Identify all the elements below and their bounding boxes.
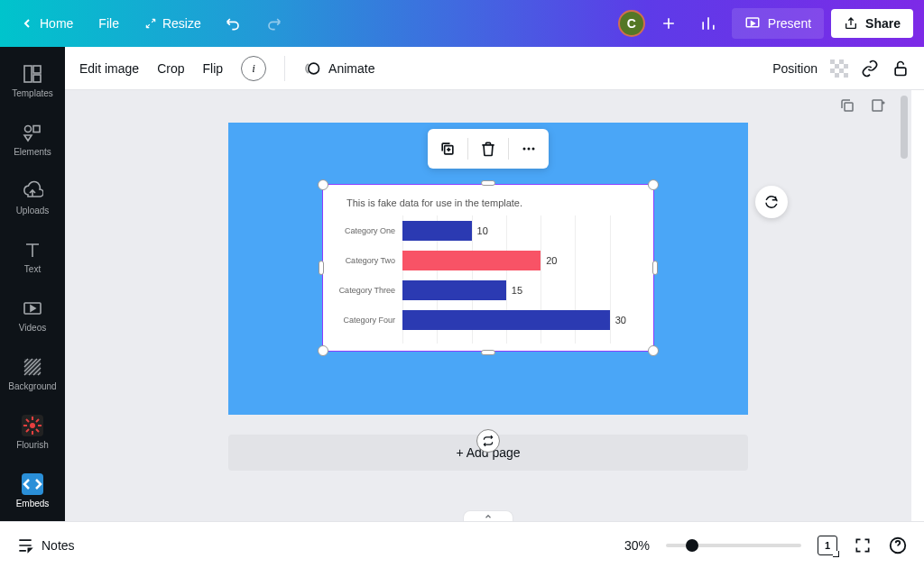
- redo-button[interactable]: [257, 7, 290, 40]
- svg-rect-19: [845, 103, 853, 111]
- sidebar-item-videos[interactable]: Videos: [0, 289, 65, 347]
- page-indicator[interactable]: 1: [818, 536, 837, 555]
- present-button[interactable]: Present: [732, 8, 824, 39]
- svg-rect-18: [895, 68, 906, 75]
- resize-handle[interactable]: [648, 345, 659, 356]
- resize-handle[interactable]: [652, 261, 658, 275]
- svg-rect-2: [33, 66, 41, 73]
- home-button[interactable]: Home: [11, 11, 82, 36]
- crop-button[interactable]: Crop: [157, 61, 184, 76]
- side-panel: Templates Elements Uploads Text Videos B…: [0, 47, 65, 521]
- more-button[interactable]: [514, 134, 543, 163]
- bar: [402, 310, 610, 330]
- flourish-icon: [22, 415, 43, 436]
- flip-button[interactable]: Flip: [203, 61, 224, 76]
- animate-button[interactable]: Animate: [303, 60, 374, 78]
- fullscreen-icon[interactable]: [854, 536, 872, 554]
- svg-rect-1: [24, 66, 32, 82]
- svg-rect-17: [844, 73, 848, 78]
- bar-label: Category Two: [330, 256, 402, 265]
- svg-point-7: [30, 423, 35, 428]
- resize-handle[interactable]: [318, 179, 328, 190]
- svg-point-23: [528, 148, 531, 151]
- resize-handle[interactable]: [318, 345, 328, 356]
- resize-button[interactable]: Resize: [135, 11, 210, 36]
- duplicate-button[interactable]: [433, 134, 462, 163]
- position-button[interactable]: Position: [772, 61, 818, 76]
- svg-rect-3: [33, 75, 41, 82]
- undo-button[interactable]: [217, 7, 250, 40]
- svg-rect-16: [835, 73, 839, 78]
- sidebar-item-embeds[interactable]: Embeds: [0, 464, 65, 523]
- svg-point-22: [523, 148, 526, 151]
- svg-rect-5: [33, 126, 40, 133]
- context-toolbar: Edit image Crop Flip i Animate Position: [65, 47, 924, 90]
- element-toolbar: [428, 129, 549, 169]
- bar-value: 10: [477, 225, 488, 236]
- insights-button[interactable]: [692, 7, 725, 40]
- sidebar-item-templates[interactable]: Templates: [0, 54, 65, 113]
- user-avatar[interactable]: C: [618, 10, 645, 37]
- bar-value: 15: [512, 285, 522, 296]
- resize-handle[interactable]: [481, 180, 495, 186]
- file-menu[interactable]: File: [89, 11, 128, 36]
- duplicate-page-icon[interactable]: [839, 97, 855, 114]
- page-tab-notch[interactable]: [463, 510, 513, 521]
- resize-handle[interactable]: [648, 179, 659, 190]
- info-button[interactable]: i: [241, 56, 266, 81]
- help-icon[interactable]: [888, 536, 908, 555]
- link-icon[interactable]: [861, 60, 879, 78]
- edit-image-button[interactable]: Edit image: [79, 61, 139, 76]
- sidebar-item-text[interactable]: Text: [0, 230, 65, 289]
- resize-handle[interactable]: [481, 350, 495, 355]
- svg-rect-14: [830, 69, 835, 73]
- sidebar-item-elements[interactable]: Elements: [0, 113, 65, 171]
- delete-button[interactable]: [474, 134, 503, 163]
- sidebar-item-background[interactable]: Background: [0, 347, 65, 406]
- sidebar-item-flourish[interactable]: Flourish: [0, 406, 65, 464]
- svg-rect-15: [839, 69, 844, 73]
- vertical-scrollbar[interactable]: [901, 90, 910, 521]
- slide-canvas[interactable]: This is fake data for use in the templat…: [228, 123, 748, 415]
- notes-button[interactable]: Notes: [16, 536, 75, 554]
- svg-point-24: [532, 148, 535, 151]
- svg-point-8: [309, 63, 319, 74]
- svg-rect-11: [839, 60, 844, 64]
- svg-rect-20: [873, 100, 882, 111]
- bottom-bar: Notes 30% 1: [0, 521, 924, 568]
- top-bar: Home File Resize C Present Share: [0, 0, 924, 47]
- bar: [402, 221, 472, 241]
- refresh-button[interactable]: [755, 186, 788, 218]
- bar: [402, 280, 506, 300]
- zoom-value: 30%: [624, 538, 650, 553]
- zoom-slider[interactable]: [666, 544, 801, 547]
- add-page-icon[interactable]: [870, 97, 886, 114]
- sync-button[interactable]: [476, 429, 500, 453]
- svg-rect-12: [835, 64, 839, 69]
- embeds-icon: [22, 473, 43, 495]
- add-member-button[interactable]: [652, 7, 685, 40]
- svg-point-4: [25, 126, 32, 133]
- svg-rect-13: [844, 64, 848, 69]
- chart-title: This is fake data for use in the templat…: [346, 197, 522, 208]
- sidebar-item-uploads[interactable]: Uploads: [0, 171, 65, 230]
- svg-rect-10: [830, 60, 835, 64]
- share-button[interactable]: Share: [831, 9, 913, 38]
- canvas-area[interactable]: This is fake data for use in the templat…: [65, 90, 924, 521]
- bar-label: Category One: [330, 226, 402, 235]
- bar: [402, 251, 541, 270]
- lock-icon[interactable]: [892, 60, 910, 78]
- resize-handle[interactable]: [319, 261, 324, 275]
- chart-element[interactable]: This is fake data for use in the templat…: [322, 184, 654, 352]
- bar-value: 20: [546, 255, 557, 266]
- home-label: Home: [40, 16, 73, 31]
- bar-label: Category Three: [330, 286, 402, 295]
- bar-label: Category Four: [330, 316, 402, 325]
- bar-value: 30: [615, 315, 626, 325]
- transparency-icon[interactable]: [830, 60, 848, 78]
